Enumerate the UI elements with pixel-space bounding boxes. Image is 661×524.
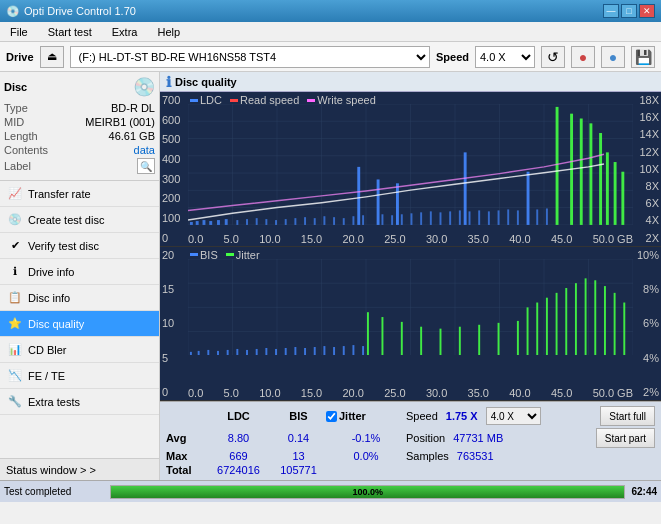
write-speed-label: Write speed — [317, 94, 376, 106]
disc-title: Disc — [4, 81, 27, 93]
speed-select-stat[interactable]: 4.0 X — [486, 407, 541, 425]
svg-rect-24 — [217, 220, 220, 225]
sidebar-item-cd-bler[interactable]: 📊 CD Bler — [0, 337, 159, 363]
refresh-button[interactable]: ↺ — [541, 46, 565, 68]
sidebar-item-label-fe-te: FE / TE — [28, 370, 65, 382]
svg-rect-125 — [623, 302, 625, 355]
sidebar-item-create-test-disc[interactable]: 💿 Create test disc — [0, 207, 159, 233]
content-area: ℹ Disc quality LDC Read speed — [160, 72, 661, 480]
label-icon-button[interactable]: 🔍 — [137, 158, 155, 174]
label-label: Label — [4, 160, 31, 172]
disc-button1[interactable]: ● — [571, 46, 595, 68]
drive-select[interactable]: (F:) HL-DT-ST BD-RE WH16NS58 TST4 — [70, 46, 430, 68]
type-value: BD-R DL — [111, 102, 155, 114]
svg-rect-91 — [227, 349, 229, 355]
sidebar-item-extra-tests[interactable]: 🔧 Extra tests — [0, 389, 159, 415]
svg-rect-68 — [536, 209, 538, 224]
svg-rect-27 — [377, 179, 380, 224]
start-full-button[interactable]: Start full — [600, 406, 655, 426]
svg-rect-104 — [352, 345, 354, 356]
bis-header: BIS — [271, 410, 326, 422]
chart2-y-axis: 0 5 10 15 20 — [160, 247, 188, 401]
minimize-button[interactable]: — — [603, 4, 619, 18]
menu-start-test[interactable]: Start test — [42, 24, 98, 40]
disc-mid-row: MID MEIRB1 (001) — [4, 116, 155, 128]
svg-rect-123 — [604, 286, 606, 356]
disc-quality-icon: ⭐ — [8, 317, 22, 331]
status-window-label: Status window > > — [6, 464, 96, 476]
chart1-legend: LDC Read speed Write speed — [190, 94, 376, 106]
svg-rect-110 — [440, 328, 442, 355]
svg-rect-109 — [420, 326, 422, 355]
svg-rect-20 — [190, 222, 193, 225]
svg-rect-25 — [225, 219, 228, 225]
bis-legend-label: BIS — [200, 249, 218, 261]
menu-file[interactable]: File — [4, 24, 34, 40]
svg-rect-115 — [527, 307, 529, 355]
svg-rect-114 — [517, 320, 519, 355]
svg-rect-29 — [464, 152, 467, 225]
total-bis: 105771 — [271, 464, 326, 476]
drive-bar: Drive ⏏ (F:) HL-DT-ST BD-RE WH16NS58 TST… — [0, 42, 661, 72]
samples-value: 763531 — [457, 450, 494, 462]
svg-rect-37 — [614, 162, 617, 225]
svg-rect-97 — [285, 347, 287, 355]
sidebar-item-disc-quality[interactable]: ⭐ Disc quality — [0, 311, 159, 337]
title-bar-controls: — □ ✕ — [603, 4, 655, 18]
charts-area: LDC Read speed Write speed 0 100 — [160, 92, 661, 401]
sidebar-item-disc-info[interactable]: 📋 Disc info — [0, 285, 159, 311]
svg-rect-94 — [256, 348, 258, 355]
svg-rect-48 — [323, 216, 325, 225]
disc-quality-header: ℹ Disc quality — [160, 72, 661, 92]
main-container: Disc 💿 Type BD-R DL MID MEIRB1 (001) Len… — [0, 72, 661, 480]
svg-rect-89 — [207, 349, 209, 355]
app-icon: 💿 — [6, 5, 20, 18]
chart1-y-axis-right: 2X 4X 6X 8X 10X 12X 14X 16X 18X — [633, 92, 661, 246]
status-window-button[interactable]: Status window > > — [0, 458, 159, 480]
eject-button[interactable]: ⏏ — [40, 46, 64, 68]
status-text: Test completed — [4, 486, 104, 497]
svg-rect-65 — [498, 210, 500, 225]
ldc-legend-label: LDC — [200, 94, 222, 106]
jitter-checkbox[interactable] — [326, 411, 337, 422]
disc-button2[interactable]: ● — [601, 46, 625, 68]
svg-rect-119 — [565, 288, 567, 356]
avg-bis: 0.14 — [271, 432, 326, 444]
write-speed-legend: Write speed — [307, 94, 376, 106]
disc-contents-row: Contents data — [4, 144, 155, 156]
svg-rect-102 — [333, 347, 335, 356]
svg-rect-53 — [381, 214, 383, 225]
svg-rect-69 — [546, 208, 548, 224]
chart2-x-axis: 0.05.010.015.020.0 25.030.035.040.045.05… — [188, 387, 633, 400]
svg-rect-108 — [401, 321, 403, 355]
jitter-header: Jitter — [339, 410, 366, 422]
svg-rect-105 — [362, 346, 364, 356]
start-part-button[interactable]: Start part — [596, 428, 655, 448]
svg-rect-93 — [246, 349, 248, 355]
svg-rect-101 — [323, 346, 325, 356]
sidebar-item-label-transfer: Transfer rate — [28, 188, 91, 200]
svg-rect-118 — [556, 292, 558, 355]
svg-rect-36 — [606, 152, 609, 225]
maximize-button[interactable]: □ — [621, 4, 637, 18]
svg-rect-55 — [401, 214, 403, 225]
sidebar-item-verify-test-disc[interactable]: ✔ Verify test disc — [0, 233, 159, 259]
avg-label: Avg — [166, 432, 206, 444]
svg-rect-95 — [265, 347, 267, 355]
total-label: Total — [166, 464, 206, 476]
menu-help[interactable]: Help — [151, 24, 186, 40]
disc-quality-header-icon: ℹ — [166, 74, 171, 90]
speed-select[interactable]: 4.0 X — [475, 46, 535, 68]
sidebar-item-fe-te[interactable]: 📉 FE / TE — [0, 363, 159, 389]
disc-label-row: Label 🔍 — [4, 158, 155, 174]
sidebar-item-transfer-rate[interactable]: 📈 Transfer rate — [0, 181, 159, 207]
svg-rect-40 — [246, 219, 248, 225]
sidebar-item-drive-info[interactable]: ℹ Drive info — [0, 259, 159, 285]
close-button[interactable]: ✕ — [639, 4, 655, 18]
svg-rect-50 — [343, 218, 345, 225]
max-bis: 13 — [271, 450, 326, 462]
save-button[interactable]: 💾 — [631, 46, 655, 68]
menu-extra[interactable]: Extra — [106, 24, 144, 40]
chart2-legend: BIS Jitter — [190, 249, 260, 261]
svg-rect-99 — [304, 347, 306, 355]
